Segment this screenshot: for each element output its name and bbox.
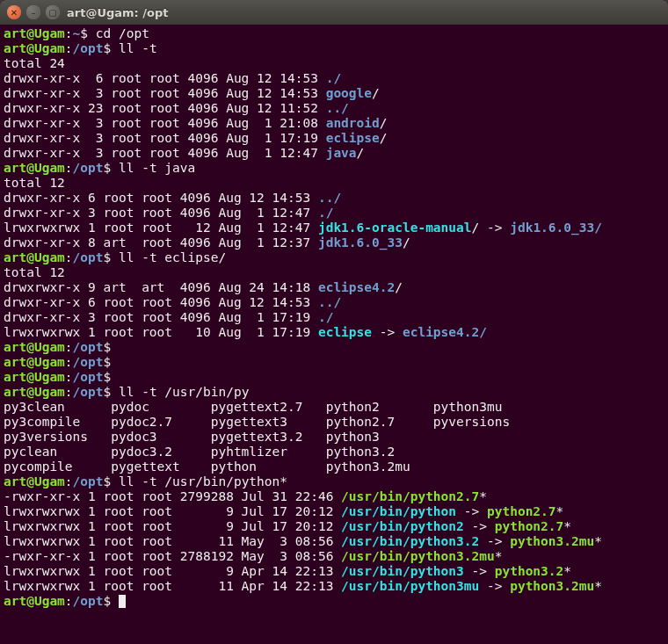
dir-entry: ../ [326,101,349,115]
prompt-user: art@Ugam [4,250,65,264]
ls-row: drwxrwxr-x 9 art art 4096 Aug 24 14:18 e… [4,280,664,295]
cmd-text: ll -t /usr/bin/python* [119,474,287,488]
ls-row: drwxr-xr-x 23 root root 4096 Aug 12 11:5… [4,101,664,116]
symlink-target: jdk1.6.0_33/ [510,221,602,235]
dir-entry: ../ [318,191,341,205]
prompt-path: /opt [73,474,104,488]
symlink-entry: /usr/bin/python3 [341,564,464,578]
ls-row: -rwxr-xr-x 1 root root 2799288 Jul 31 22… [4,489,664,504]
cmd-line: art@Ugam:/opt$ ll -t eclipse/ [4,250,664,265]
symlink-target: python3.2mu [510,534,594,548]
dir-entry: android [326,116,380,130]
prompt-path: /opt [73,355,104,369]
terminal-output[interactable]: art@Ugam:~$ cd /optart@Ugam:/opt$ ll -tt… [0,25,668,644]
cmd-text: ll -t /usr/bin/py [119,385,249,399]
completion-row: pyclean pydoc3.2 pyhtmlizer python3.2 [4,445,664,459]
symlink-target: python3.2 [495,564,564,578]
prompt-user: art@Ugam [4,474,65,488]
dir-entry: ../ [318,295,341,309]
window-controls: ✕ – ▢ [7,5,60,19]
ls-row: drwxr-xr-x 3 root root 4096 Aug 1 12:47 … [4,206,664,221]
total-line: total 12 [4,265,664,280]
titlebar[interactable]: ✕ – ▢ art@Ugam: /opt [0,0,668,25]
total-line: total 12 [4,176,664,191]
prompt-colon: : [65,41,73,55]
prompt-path: ~ [73,26,81,40]
prompt-dollar: $ [104,594,119,608]
symlink-target: python2.7 [487,504,556,518]
cmd-line: art@Ugam:/opt$ [4,355,664,370]
prompt-dollar: $ [80,26,95,40]
dir-entry: java [326,146,357,160]
prompt-path: /opt [73,370,104,384]
ls-row: drwxr-xr-x 3 root root 4096 Aug 1 12:47 … [4,146,664,161]
ls-row: -rwxr-xr-x 1 root root 2788192 May 3 08:… [4,549,664,564]
symlink-entry: eclipse [318,325,372,339]
ls-row: drwxr-xr-x 3 root root 4096 Aug 1 21:08 … [4,116,664,131]
dir-entry: ./ [318,206,333,220]
cmd-line: art@Ugam:~$ cd /opt [4,26,664,41]
ls-row: drwxr-xr-x 8 art root 4096 Aug 1 12:37 j… [4,235,664,250]
maximize-icon[interactable]: ▢ [46,5,60,19]
cmd-text: cd /opt [96,26,149,40]
prompt-dollar: $ [104,250,119,264]
symlink-target: eclipse4.2/ [403,325,487,339]
minimize-icon[interactable]: – [26,5,40,19]
dir-entry: eclipse4.2 [318,280,395,294]
ls-row: lrwxrwxrwx 1 root root 9 Apr 14 22:13 /u… [4,564,664,579]
cmd-text: ll -t java [119,161,195,175]
ls-row: lrwxrwxrwx 1 root root 11 May 3 08:56 /u… [4,534,664,549]
prompt-colon: : [65,26,73,40]
ls-row: drwxr-xr-x 6 root root 4096 Aug 12 14:53… [4,71,664,86]
completion-row: py3versions pydoc3 pygettext3.2 python3 [4,430,664,445]
cmd-line: art@Ugam:/opt$ ll -t [4,41,664,56]
exec-entry: /usr/bin/python3.2mu [341,549,495,563]
dir-entry: google [326,86,372,100]
prompt-user: art@Ugam [4,41,65,55]
prompt-path: /opt [73,161,104,175]
prompt-user: art@Ugam [4,26,65,40]
prompt-dollar: $ [104,340,119,354]
close-icon[interactable]: ✕ [7,5,21,19]
cmd-text: ll -t eclipse/ [119,250,226,264]
symlink-entry: /usr/bin/python3.2 [341,534,479,548]
symlink-entry: jdk1.6-oracle-manual [318,221,472,235]
prompt-dollar: $ [104,161,119,175]
prompt-colon: : [65,474,73,488]
ls-row: drwxr-xr-x 6 root root 4096 Aug 12 14:53… [4,295,664,310]
prompt-dollar: $ [104,370,119,384]
cmd-line: art@Ugam:/opt$ ll -t java [4,161,664,176]
completion-row: pycompile pygettext python python3.2mu [4,459,664,474]
cmd-line: art@Ugam:/opt$ [4,594,664,609]
prompt-path: /opt [73,41,104,55]
ls-row: drwxr-xr-x 3 root root 4096 Aug 12 14:53… [4,86,664,101]
ls-row: lrwxrwxrwx 1 root root 9 Jul 17 20:12 /u… [4,504,664,519]
total-line: total 24 [4,56,664,71]
exec-entry: /usr/bin/python2.7 [341,489,479,503]
prompt-dollar: $ [104,474,119,488]
cmd-text: ll -t [119,41,157,55]
completion-row: py3clean pydoc pygettext2.7 python2 pyth… [4,400,664,415]
ls-row: lrwxrwxrwx 1 root root 9 Jul 17 20:12 /u… [4,519,664,534]
terminal-window: ✕ – ▢ art@Ugam: /opt art@Ugam:~$ cd /opt… [0,0,668,644]
prompt-colon: : [65,161,73,175]
prompt-user: art@Ugam [4,161,65,175]
ls-row: drwxr-xr-x 3 root root 4096 Aug 1 17:19 … [4,131,664,146]
symlink-entry: /usr/bin/python2 [341,519,464,533]
prompt-user: art@Ugam [4,385,65,399]
prompt-path: /opt [73,340,104,354]
prompt-colon: : [65,340,73,354]
symlink-entry: /usr/bin/python3mu [341,579,479,593]
cmd-line: art@Ugam:/opt$ ll -t /usr/bin/python* [4,474,664,489]
prompt-user: art@Ugam [4,594,65,608]
prompt-colon: : [65,594,73,608]
prompt-colon: : [65,370,73,384]
ls-row: lrwxrwxrwx 1 root root 10 Aug 1 17:19 ec… [4,325,664,340]
window-title: art@Ugam: /opt [67,6,169,19]
prompt-path: /opt [73,594,104,608]
dir-entry: ./ [326,71,341,85]
dir-entry: ./ [318,310,333,324]
prompt-dollar: $ [104,385,119,399]
prompt-dollar: $ [104,41,119,55]
symlink-target: python2.7 [495,519,564,533]
